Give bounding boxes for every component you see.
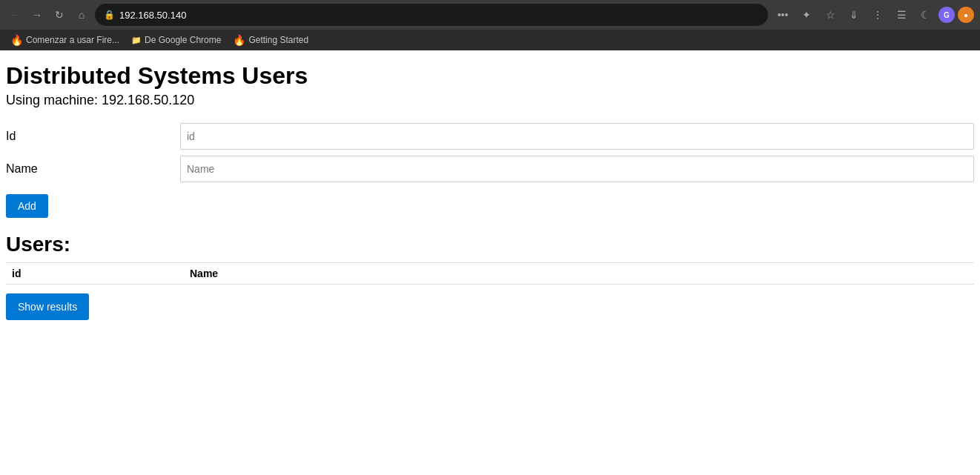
chrome-bookmark-icon: 📁	[131, 36, 142, 45]
sidebar-button[interactable]: ☰	[891, 4, 912, 25]
forward-button[interactable]: →	[28, 6, 46, 24]
bookmarks-bar: 🔥 Comenzar a usar Fire... 📁 De Google Ch…	[0, 30, 980, 50]
user-avatar[interactable]: ●	[958, 7, 974, 23]
page-content: Distributed Systems Users Using machine:…	[0, 50, 980, 475]
firefox-bookmark-icon: 🔥	[10, 34, 23, 46]
bookmark-chrome-label: De Google Chrome	[145, 35, 221, 45]
getting-started-bookmark-icon: 🔥	[233, 34, 245, 46]
lock-icon: 🔒	[104, 10, 115, 20]
id-label: Id	[6, 130, 180, 143]
bookmark-button[interactable]: ☆	[820, 4, 841, 25]
bookmark-chrome[interactable]: 📁 De Google Chrome	[127, 33, 225, 47]
pocket-button[interactable]: ✦	[796, 4, 817, 25]
users-table: id Name	[6, 262, 974, 285]
browser-toolbar: ← → ↻ ⌂ 🔒 ••• ✦ ☆ ⇓ ⋮ ☰ ☾ G ●	[0, 0, 980, 30]
home-button[interactable]: ⌂	[73, 6, 90, 24]
id-input[interactable]	[180, 123, 974, 150]
menu-more-button[interactable]: •••	[772, 4, 793, 25]
machine-info: Using machine: 192.168.50.120	[6, 93, 974, 108]
id-row: Id	[6, 123, 974, 150]
page-title: Distributed Systems Users	[6, 62, 974, 90]
table-header-row: id Name	[6, 263, 974, 285]
bookmark-firefox[interactable]: 🔥 Comenzar a usar Fire...	[6, 33, 124, 47]
collections-button[interactable]: ⋮	[867, 4, 888, 25]
name-input[interactable]	[180, 156, 974, 182]
toolbar-actions: ••• ✦ ☆ ⇓ ⋮ ☰ ☾ G ●	[772, 4, 974, 25]
address-bar[interactable]: 🔒	[95, 4, 768, 26]
profile-avatar[interactable]: G	[938, 7, 955, 23]
users-section: Users: id Name Show results	[6, 233, 974, 320]
dark-mode-button[interactable]: ☾	[915, 4, 936, 25]
url-input[interactable]	[119, 10, 759, 21]
show-results-button[interactable]: Show results	[6, 293, 89, 320]
download-button[interactable]: ⇓	[844, 4, 864, 25]
column-header-id: id	[6, 263, 184, 285]
bookmark-getting-started[interactable]: 🔥 Getting Started	[228, 33, 313, 47]
bookmark-getting-started-label: Getting Started	[248, 35, 308, 45]
back-button[interactable]: ←	[6, 6, 24, 24]
reload-button[interactable]: ↻	[50, 6, 68, 24]
add-button[interactable]: Add	[6, 194, 48, 218]
name-label: Name	[6, 162, 180, 176]
users-title: Users:	[6, 233, 974, 256]
column-header-name: Name	[184, 263, 974, 285]
browser-chrome: ← → ↻ ⌂ 🔒 ••• ✦ ☆ ⇓ ⋮ ☰ ☾ G ● 🔥 Comenzar…	[0, 0, 980, 50]
name-row: Name	[6, 156, 974, 182]
bookmark-firefox-label: Comenzar a usar Fire...	[26, 35, 119, 45]
form-section: Id Name Add	[6, 123, 974, 218]
